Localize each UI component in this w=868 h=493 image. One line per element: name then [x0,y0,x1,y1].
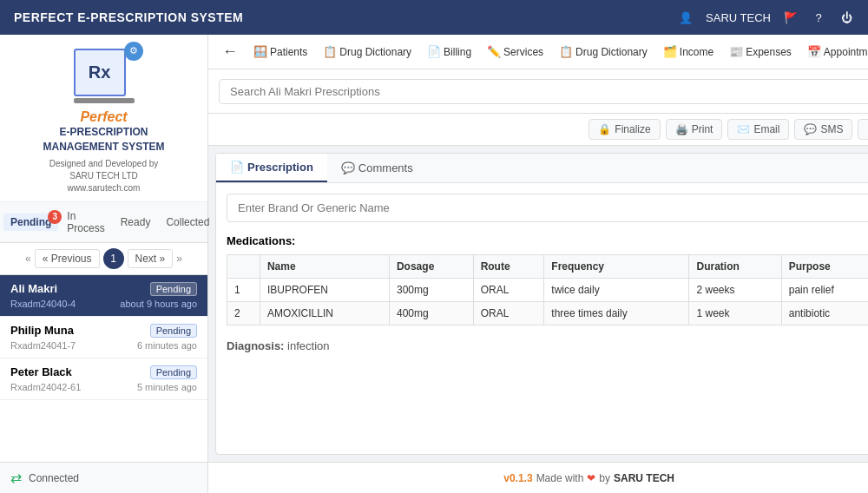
medication-row-1: 1 IBUPROFEN 300mg ORAL twice daily 2 wee… [227,279,869,302]
patient-list: Ali Makri Pending Rxadm24040-4 about 9 h… [0,275,207,462]
tab-pending[interactable]: Pending 3 [3,214,58,231]
nav-appointments[interactable]: 📅 Appointments [800,42,868,62]
patients-icon: 🪟 [253,45,267,58]
logo-badge: ⚙ [124,42,143,61]
page-number: 1 [103,248,124,269]
logo-image: Rx ⚙ [69,45,139,106]
patient-item-philip-muna[interactable]: Philip Muna Pending Rxadm24041-7 6 minut… [0,317,207,358]
patient-status-badge: Pending [150,324,197,338]
med-dosage-2: 400mg [389,302,473,325]
page-arrow-left: « [25,253,31,265]
med-num-2: 2 [227,302,260,325]
patient-rx-id: Rxadm24040-4 [10,299,76,309]
flag-icon[interactable]: 🚩 [783,10,799,25]
med-name-2: AMOXICILLIN [260,302,389,325]
pagination: « « Previous 1 Next » » [0,243,207,275]
tab-prescription[interactable]: 📄 Prescription [216,154,327,182]
top-bar: PERFECT E-PRESCRIPTION SYSTEM 👤 SARU TEC… [0,0,868,35]
diagnosis-label: Diagnosis: [227,339,284,352]
nav-income[interactable]: 🗂️ Income [656,42,720,62]
col-frequency: Frequency [544,255,689,279]
tab-comments[interactable]: 💬 Comments [327,154,427,182]
sms-icon: 💬 [804,123,817,135]
patient-name: Philip Muna [10,324,74,337]
prescription-content: Medications: Name Dosage Route Frequency… [216,183,868,363]
email-button[interactable]: ✉️ Email [727,119,789,140]
nav-services[interactable]: ✏️ Services [480,42,550,62]
footer-brand: SARU TECH [614,472,674,484]
help-icon[interactable]: ? [811,10,826,25]
user-icon[interactable]: 👤 [678,10,694,25]
print-button[interactable]: 🖨️ Print [666,119,723,140]
prescription-container: 📄 Prescription 💬 Comments Medications: [215,153,868,455]
med-purpose-1: pain relief [781,279,868,302]
sidebar: Rx ⚙ Perfect E-PRESCRIPTION MANAGEMENT S… [0,35,208,493]
footer: v0.1.3 Made with ❤ by SARU TECH ⚙ ⏰ [208,462,868,493]
patient-meta: Rxadm24042-61 5 minutes ago [10,382,197,392]
patient-time: 6 minutes ago [137,340,197,351]
search-bar: + [208,69,868,114]
prev-button[interactable]: « Previous [35,249,100,268]
sms-button[interactable]: 💬 SMS [794,119,852,140]
med-dur-1: 2 weeks [689,279,781,302]
patient-name: Peter Black [10,365,72,378]
med-purpose-2: antibiotic [781,302,868,325]
med-route-1: ORAL [473,279,544,302]
patient-item-peter-black[interactable]: Peter Black Pending Rxadm24042-61 5 minu… [0,358,207,400]
comments-tab-icon: 💬 [341,161,355,174]
med-freq-1: twice daily [544,279,689,302]
med-num-1: 1 [227,279,260,302]
footer-version: v0.1.3 [503,472,532,484]
content-area: ← 🪟 Patients 📋 Drug Dictionary 📄 Billing… [208,35,868,493]
power-icon[interactable]: ⏻ [838,10,854,25]
logo-subtitle: E-PRESCRIPTION MANAGEMENT SYSTEM [43,125,164,154]
finalize-button[interactable]: 🔒 Finalize [589,119,660,140]
income-icon: 🗂️ [663,45,677,58]
heart-icon: ❤ [587,472,595,484]
logo-perfect: Perfect [80,109,127,125]
logo-base [74,98,135,103]
appointments-icon: 📅 [807,45,821,58]
patient-name: Ali Makri [10,282,57,295]
main-layout: Rx ⚙ Perfect E-PRESCRIPTION MANAGEMENT S… [0,35,868,493]
nav-drug-dictionary2[interactable]: 📋 Drug Dictionary [552,42,654,62]
col-route: Route [473,255,544,279]
patient-time: about 9 hours ago [120,299,197,309]
col-purpose: Purpose [781,255,868,279]
patient-item-ali-makri[interactable]: Ali Makri Pending Rxadm24040-4 about 9 h… [0,275,207,317]
med-dosage-1: 300mg [389,279,473,302]
patient-status-badge: Pending [150,365,197,379]
lock-icon: 🔒 [598,123,611,135]
logo-small: Designed and Developed by SARU TECH LTD … [49,158,159,194]
print-icon: 🖨️ [675,123,688,135]
nav-bar: ← 🪟 Patients 📋 Drug Dictionary 📄 Billing… [208,35,868,69]
nav-expenses[interactable]: 📰 Expenses [722,42,799,62]
med-route-2: ORAL [473,302,544,325]
drug-dict-icon: 📋 [323,45,337,58]
patient-time: 5 minutes ago [137,382,197,392]
footer-by: by [599,472,610,484]
connection-icon: ⇄ [10,470,22,486]
logo-book: Rx [74,49,126,96]
back-button[interactable]: ← [215,39,245,64]
show-side-tab-button[interactable]: ◫ Show Side Tab [858,119,868,140]
sidebar-logo: Rx ⚙ Perfect E-PRESCRIPTION MANAGEMENT S… [0,35,207,202]
patient-header: Peter Black Pending [10,365,197,379]
nav-drug-dictionary[interactable]: 📋 Drug Dictionary [316,42,418,62]
nav-patients[interactable]: 🪟 Patients [247,42,314,62]
nav-billing[interactable]: 📄 Billing [420,42,478,62]
drug-dict2-icon: 📋 [559,45,573,58]
search-input[interactable] [219,79,868,104]
med-dur-2: 1 week [689,302,781,325]
patient-header: Ali Makri Pending [10,282,197,296]
tab-in-process[interactable]: In Process [60,207,111,237]
medications-label: Medications: [227,234,868,247]
sidebar-bottom: ⇄ Connected [0,462,207,493]
patient-rx-id: Rxadm24042-61 [10,382,81,392]
next-button[interactable]: Next » [128,249,174,268]
brand-input[interactable] [227,194,868,222]
med-name-1: IBUPROFEN [260,279,389,302]
tab-ready[interactable]: Ready [114,214,158,231]
col-dosage: Dosage [389,255,473,279]
diagnosis-value: infection [287,339,329,352]
